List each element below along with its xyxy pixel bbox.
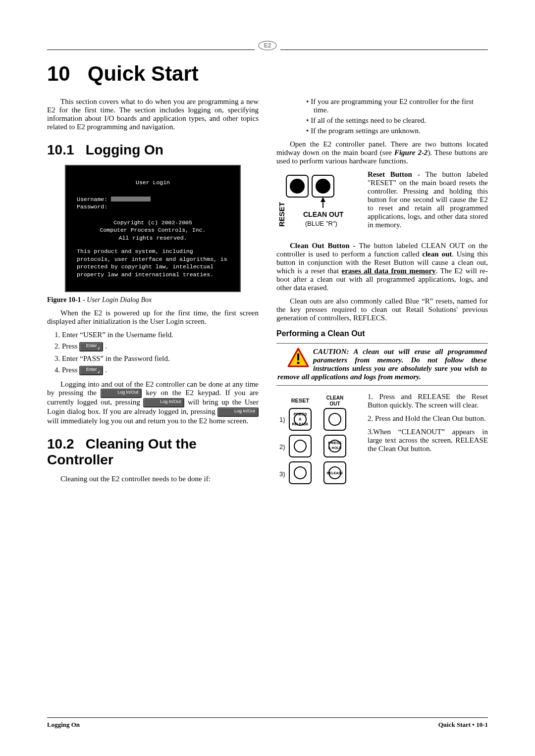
copyright-line-1: Copyright (c) 2002-2005 [77,219,229,227]
svg-rect-12 [297,353,299,360]
svg-text:3): 3) [279,470,285,478]
svg-rect-26 [289,435,311,457]
chapter-heading: 10 Quick Start [47,62,488,86]
svg-text:OUT: OUT [329,401,340,406]
intro-paragraph: This section covers what to do when you … [47,98,259,131]
page-footer: Logging On Quick Start • 10-1 [47,717,488,729]
figure-10-1-desc: - User Login Dialog Box [81,296,152,303]
login-step-3: Enter “PASS” in the Password field. [62,354,259,363]
login-steps-list: Enter “USER” in the Username field. Pres… [62,331,259,375]
enter-key-icon: Enter [79,342,103,352]
e2-logo: E2 [47,40,488,53]
section-10-2-number: 10.2 [47,436,74,452]
username-label: Username: [77,196,107,202]
cleaning-bullet-1: If you are programming your E2 controlle… [306,98,488,114]
cleaning-lead: Cleaning out the E2 controller needs to … [47,475,259,483]
section-10-1-heading: 10.1 Logging On [47,142,259,158]
svg-rect-23 [324,408,346,430]
chapter-title: Quick Start [88,62,199,85]
svg-text:RESET: RESET [291,398,310,403]
copyright-line-2: Computer Process Controls, Inc. [77,226,229,234]
svg-text:PRESS: PRESS [293,412,307,416]
footer-right: Quick Start • 10-1 [438,721,488,729]
open-panel-paragraph: Open the E2 controller panel. There are … [276,140,488,165]
svg-text:CLEAN OUT: CLEAN OUT [303,210,344,218]
svg-point-27 [294,440,306,452]
login-step-4: Press Enter . [62,366,259,375]
para-after-figure: When the E2 is powered up for the first … [47,309,259,326]
enter-key-icon: Enter [79,366,103,375]
caution-box: CAUTION: A clean out will erase all prog… [276,343,488,386]
svg-rect-33 [289,462,311,484]
svg-text:RESET: RESET [277,202,286,227]
performing-cleanout-heading: Performing a Clean Out [276,329,488,338]
legal-text: This product and system, including proto… [77,248,229,278]
svg-point-24 [329,413,341,425]
cleanout-steps-figure: RESET CLEAN OUT 1) PRESS & RELEASE 2) [276,395,361,491]
svg-text:RELEASE: RELEASE [292,422,308,426]
login-title: User Login [77,179,229,187]
svg-text:RELEASE: RELEASE [326,471,343,475]
svg-text:2): 2) [279,443,285,451]
svg-text:& HOLD: & HOLD [328,446,342,450]
svg-text:CLEAN: CLEAN [326,395,343,401]
footer-left: Logging On [47,721,80,729]
figure-10-1-caption: Figure 10-1 - User Login Dialog Box [47,296,259,304]
svg-point-13 [297,362,300,364]
login-step-2: Press Enter . [62,342,259,352]
svg-marker-8 [321,197,325,202]
password-label: Password: [77,203,107,210]
svg-point-5 [316,179,330,194]
copyright-line-3: All rights reserved. [77,234,229,242]
section-10-1-number: 10.1 [47,142,74,157]
section-10-2-heading: 10.2 Cleaning Out the Controller [47,436,259,468]
svg-text:1): 1) [279,416,285,423]
erases-all-data-emphasis: erases all data from memory [342,267,436,275]
log-in-out-key-icon: Log In/Out [101,389,142,398]
cleaning-bullets: If you are programming your E2 controlle… [306,98,488,135]
cleaning-bullet-3: If the program settings are unknown. [306,127,488,135]
user-login-figure: User Login Username: Password: Copyright… [65,165,241,292]
cleaning-bullet-2: If all of the settings need to be cleare… [306,116,488,125]
warning-icon [287,348,309,367]
log-in-out-key-icon: Log In/Out [217,407,259,417]
svg-point-34 [294,467,306,479]
svg-text:(BLUE "R"): (BLUE "R") [305,220,337,227]
username-input-graphic [111,197,151,202]
cleanout-button-paragraph: Clean Out Button - The button labeled CL… [276,242,488,292]
reset-cleanout-figure: RESET CLEAN OUT (BLUE "R") [276,172,361,239]
log-in-out-key-icon: Log In/Out [143,398,184,407]
login-inout-paragraph: Logging into and out of the E2 controlle… [47,380,259,425]
svg-text:PRESS: PRESS [328,441,342,445]
svg-point-3 [290,179,305,194]
cleanout-button-lead: Clean Out Button - [290,242,359,250]
reset-button-lead: Reset Button - [368,170,425,178]
figure-10-1-label: Figure 10-1 [47,296,81,303]
section-10-1-title: Logging On [86,142,163,157]
svg-text:E2: E2 [264,42,271,49]
svg-text:&: & [299,417,302,421]
login-step-1: Enter “USER” in the Username field. [62,331,259,339]
blue-r-paragraph: Clean outs are also commonly called Blue… [276,297,488,322]
chapter-number: 10 [47,62,70,85]
figure-2-2-ref: Figure 2-2 [394,149,428,156]
